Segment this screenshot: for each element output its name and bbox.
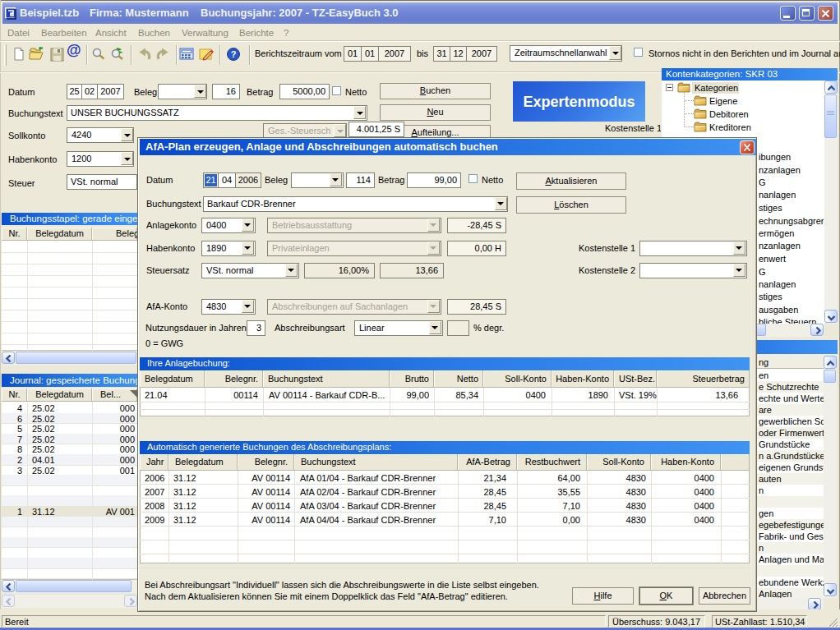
svg-text:?: ?	[231, 49, 237, 59]
